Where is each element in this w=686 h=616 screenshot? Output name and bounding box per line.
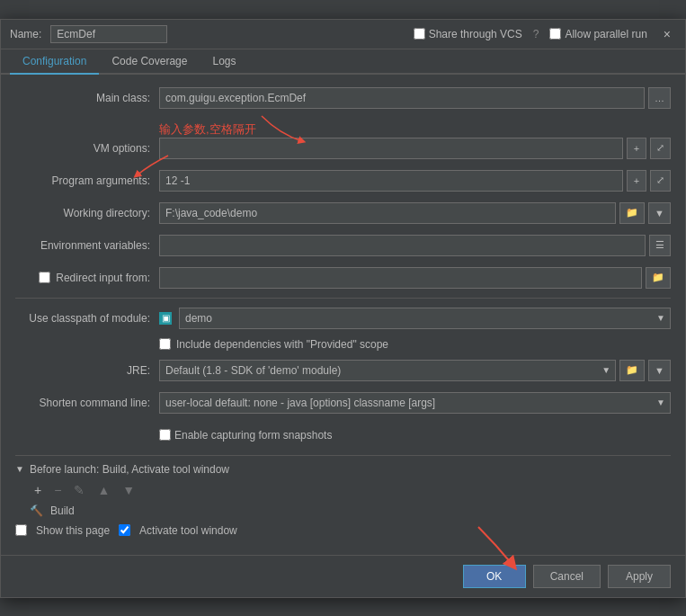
share-vcs-label: Share through VCS	[429, 28, 522, 40]
main-class-input[interactable]	[159, 87, 645, 109]
shorten-control: user-local default: none - java [options…	[159, 392, 671, 414]
ok-button[interactable]: OK	[463, 565, 526, 588]
working-dir-input[interactable]	[159, 202, 616, 224]
include-deps-row: Include dependencies with "Provided" sco…	[159, 338, 671, 351]
main-class-browse-btn[interactable]: …	[648, 87, 671, 109]
build-item: 🔨 Build	[30, 504, 671, 517]
title-bar-left: Name:	[10, 25, 167, 43]
prog-args-expand-btn[interactable]: ⤢	[650, 170, 671, 192]
redirect-label: Redirect input from:	[15, 272, 159, 284]
tab-logs[interactable]: Logs	[200, 49, 248, 75]
classpath-label: Use classpath of module:	[15, 312, 159, 325]
annotation-arrow-svg	[262, 116, 307, 143]
before-launch-remove-btn[interactable]: −	[49, 481, 66, 499]
module-icon: ▣	[159, 312, 172, 325]
redirect-row: Redirect input from: 📁	[15, 265, 671, 290]
env-vars-label: Environment variables:	[15, 239, 159, 252]
jre-row: JRE: Default (1.8 - SDK of 'demo' module…	[15, 358, 671, 383]
run-config-dialog: Name: Share through VCS ? Allow parallel…	[0, 19, 686, 598]
before-launch-label: Before launch: Build, Activate tool wind…	[30, 463, 229, 476]
env-vars-input[interactable]	[159, 235, 646, 256]
shorten-select-wrapper: user-local default: none - java [options…	[159, 392, 671, 414]
close-button[interactable]: ×	[658, 25, 676, 43]
tabs-bar: Configuration Code Coverage Logs	[1, 49, 685, 75]
name-input[interactable]	[50, 25, 167, 43]
before-launch-section: ▼ Before launch: Build, Activate tool wi…	[15, 463, 671, 537]
classpath-select-wrapper: demo ▼	[179, 308, 671, 329]
tab-code-coverage[interactable]: Code Coverage	[99, 49, 200, 75]
dialog-footer: OK Cancel Apply	[1, 555, 685, 597]
jre-dropdown-btn[interactable]: ▼	[648, 360, 671, 381]
include-deps-label: Include dependencies with "Provided" sco…	[176, 338, 388, 351]
build-icon: 🔨	[30, 504, 43, 517]
redirect-folder-btn[interactable]: 📁	[646, 267, 671, 289]
vm-options-expand-btn[interactable]: ⤢	[650, 138, 671, 159]
allow-parallel-checkbox[interactable]	[549, 28, 561, 40]
program-args-input[interactable]	[159, 170, 623, 192]
classpath-select[interactable]: demo	[179, 308, 671, 329]
name-label: Name:	[10, 28, 41, 40]
show-page-row: Show this page Activate tool window	[15, 524, 671, 537]
show-page-label: Show this page	[36, 524, 110, 537]
redirect-input[interactable]	[159, 267, 642, 289]
vm-annotation: 输入参数,空格隔开	[159, 116, 307, 143]
program-args-control: + ⤢	[159, 170, 671, 192]
vm-options-label: VM options:	[15, 142, 159, 155]
env-vars-control: ☰	[159, 235, 671, 256]
jre-select[interactable]: Default (1.8 - SDK of 'demo' module)	[159, 360, 616, 381]
show-page-checkbox[interactable]	[15, 524, 27, 536]
program-args-label: Program arguments:	[15, 174, 159, 187]
share-vcs-checkbox-label[interactable]: Share through VCS	[414, 28, 522, 40]
share-vcs-checkbox[interactable]	[414, 28, 425, 40]
before-launch-triangle: ▼	[15, 464, 24, 474]
allow-parallel-checkbox-label[interactable]: Allow parallel run	[549, 28, 646, 40]
before-launch-edit-btn[interactable]: ✎	[69, 481, 89, 499]
before-launch-up-btn[interactable]: ▲	[93, 481, 114, 499]
config-content: Main class: … 输入参数,空格隔开 VM option	[1, 75, 685, 548]
main-class-control: …	[159, 87, 671, 109]
vm-options-add-btn[interactable]: +	[627, 138, 646, 159]
enable-capturing-label: Enable capturing form snapshots	[174, 429, 332, 442]
apply-button[interactable]: Apply	[608, 565, 671, 588]
working-dir-folder-btn[interactable]: 📁	[619, 202, 645, 224]
before-launch-header: ▼ Before launch: Build, Activate tool wi…	[15, 463, 671, 476]
shorten-row: Shorten command line: user-local default…	[15, 390, 671, 415]
env-vars-row: Environment variables: ☰	[15, 233, 671, 258]
prog-args-add-btn[interactable]: +	[627, 170, 646, 192]
jre-control: Default (1.8 - SDK of 'demo' module) ▼ 📁…	[159, 360, 671, 381]
allow-parallel-label: Allow parallel run	[565, 28, 646, 40]
title-bar-right: Share through VCS ? Allow parallel run ×	[414, 25, 676, 43]
jre-folder-btn[interactable]: 📁	[619, 360, 645, 381]
working-dir-label: Working directory:	[15, 207, 159, 219]
activate-label: Activate tool window	[139, 524, 237, 537]
enable-capturing-checkbox[interactable]	[159, 429, 171, 441]
vm-options-row: 输入参数,空格隔开 VM options: + ⤢	[15, 136, 671, 161]
title-bar: Name: Share through VCS ? Allow parallel…	[1, 20, 685, 49]
working-dir-control: 📁 ▼	[159, 202, 671, 224]
tab-configuration[interactable]: Configuration	[10, 49, 99, 75]
before-launch-add-btn[interactable]: +	[30, 481, 46, 499]
activate-window-checkbox[interactable]	[119, 524, 130, 536]
cancel-button[interactable]: Cancel	[533, 565, 601, 588]
redirect-control: 📁	[159, 267, 671, 289]
working-dir-row: Working directory: 📁 ▼	[15, 201, 671, 226]
classpath-control: ▣ demo ▼	[159, 308, 671, 329]
program-args-row: Program arguments: + ⤢	[15, 168, 671, 193]
main-class-row: Main class: …	[15, 85, 671, 111]
env-vars-browse-btn[interactable]: ☰	[649, 235, 671, 256]
shorten-label: Shorten command line:	[15, 397, 159, 409]
redirect-checkbox[interactable]	[39, 272, 50, 283]
before-launch-toolbar: + − ✎ ▲ ▼	[30, 481, 671, 499]
enable-capturing-control: Enable capturing form snapshots	[159, 429, 671, 442]
main-class-label: Main class:	[15, 92, 159, 104]
shorten-select[interactable]: user-local default: none - java [options…	[159, 392, 671, 414]
include-deps-checkbox[interactable]	[159, 338, 171, 350]
build-label: Build	[50, 504, 75, 517]
jre-label: JRE:	[15, 364, 159, 377]
classpath-row: Use classpath of module: ▣ demo ▼	[15, 306, 671, 331]
before-launch-down-btn[interactable]: ▼	[118, 481, 139, 499]
enable-capturing-row: Enable capturing form snapshots	[15, 423, 671, 448]
jre-select-wrapper: Default (1.8 - SDK of 'demo' module) ▼	[159, 360, 616, 381]
working-dir-dropdown-btn[interactable]: ▼	[648, 202, 671, 224]
